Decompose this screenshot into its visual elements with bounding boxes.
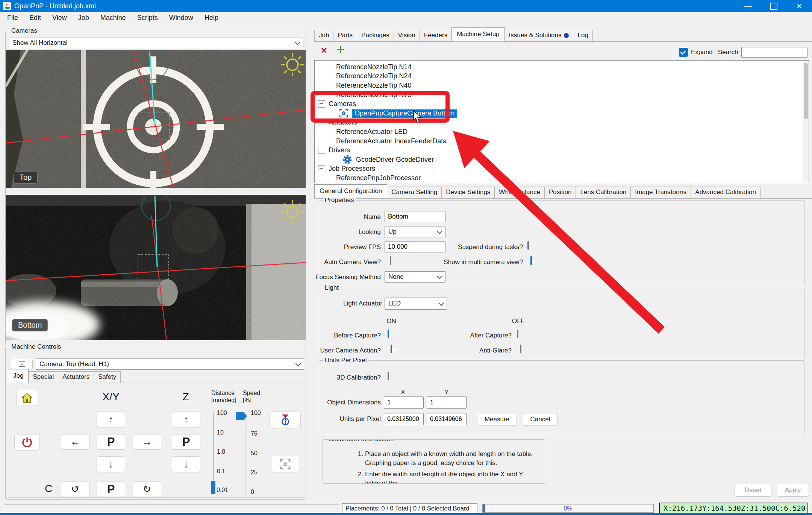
collapse-expander-icon[interactable] [318,147,325,154]
jog-c-ccw-button[interactable]: ↺ [61,482,89,497]
focus-method-select[interactable]: None [385,271,445,283]
tab-special[interactable]: Special [28,371,58,383]
object-dim-x-field[interactable] [384,397,424,409]
menu-machine[interactable]: Machine [95,14,132,22]
expand-checkbox[interactable] [679,48,688,57]
tree-item[interactable]: ReferenceNozzleTip N14 [315,62,809,72]
tree-group-job-processors[interactable]: Job Processors [315,164,809,174]
camera-view-selector[interactable]: Show All Horizontal [9,38,303,48]
tab-actuators[interactable]: Actuators [58,371,94,383]
distance-tick: 100 [217,410,227,416]
delete-button[interactable]: × [318,44,330,56]
measure-button[interactable]: Measure [477,413,517,426]
home-button[interactable] [16,390,38,406]
tab-position[interactable]: Position [544,187,576,198]
maximize-button[interactable] [761,0,786,12]
menu-view[interactable]: View [47,14,73,22]
tree-item[interactable]: ReferenceNozzleTip N24 [315,72,809,81]
minimize-button[interactable]: — [735,0,761,12]
preview-fps-field[interactable] [385,241,445,252]
tree-item[interactable]: ReferencePnpJobProcessor [315,173,809,183]
apply-button[interactable]: Apply [777,484,809,497]
user-camera-action-checkbox[interactable] [391,345,392,353]
tree-group-actuators[interactable]: Actuators [315,118,809,128]
menu-scripts[interactable]: Scripts [132,14,164,22]
collapse-expander-icon[interactable] [318,100,325,108]
tree-item[interactable]: ReferenceActuator IndexFeederData [315,137,809,146]
name-field[interactable] [385,211,445,222]
position-camera-button[interactable] [270,412,301,428]
anti-glare-checkbox[interactable] [520,345,521,353]
jog-z-minus-button[interactable]: ↓ [172,456,200,472]
jog-y-minus-button[interactable]: ↓ [97,456,125,472]
tree-item[interactable]: ReferenceNozzleTip N75 [315,90,809,100]
add-button[interactable]: + [334,43,347,56]
park-z-button[interactable]: P [172,434,200,450]
top-camera-view[interactable] [6,50,306,188]
tree-item[interactable]: ReferenceNozzleTip N40 [315,81,809,90]
tab-feeders[interactable]: Feeders [420,30,452,41]
tab-machine-setup[interactable]: Machine Setup [451,27,504,41]
search-input[interactable] [741,47,807,58]
tab-safety[interactable]: Safety [94,371,121,383]
collapse-expander-icon[interactable] [318,119,325,126]
collapse-jog-button[interactable] [11,359,33,369]
reset-button[interactable]: Reset [735,484,771,497]
tab-general-configuration[interactable]: General Configuration [314,184,387,198]
looking-select[interactable]: Up [385,226,445,237]
tab-white-balance[interactable]: White Balance [494,187,545,198]
jog-c-cw-button[interactable]: ↻ [133,482,161,497]
tab-lens-calibration[interactable]: Lens Calibration [576,187,631,198]
park-xy-button[interactable]: P [97,434,125,450]
tab-device-settings[interactable]: Device Settings [441,187,495,198]
power-button[interactable] [14,434,40,450]
light-actuator-select[interactable]: LED [385,298,447,310]
tree-item[interactable]: ReferenceActuator LED [315,127,809,137]
tree-item-capture-camera[interactable]: OpenPnpCaptureCamera Bottom [315,109,809,118]
tree-group-cameras[interactable]: Cameras [315,99,809,109]
menu-window[interactable]: Window [164,14,199,22]
tree-item-gcode-driver[interactable]: GcodeDriver GcodeDriver [315,155,809,164]
off-header: OFF [508,318,529,325]
tab-jog[interactable]: Jog [8,369,29,383]
object-dim-y-field[interactable] [427,397,467,409]
speed-tick: 75 [251,430,258,437]
jog-y-plus-button[interactable]: ↑ [97,412,125,427]
after-capture-checkbox[interactable] [517,330,518,338]
tab-advanced-calibration[interactable]: Advanced Calibration [691,187,760,198]
menu-file[interactable]: File [2,14,24,22]
jog-z-plus-button[interactable]: ↑ [172,412,200,427]
collapse-expander-icon[interactable] [318,165,325,172]
cancel-button[interactable]: Cancel [523,413,557,426]
upp-y-field[interactable] [427,413,467,425]
jog-x-minus-button[interactable]: ← [61,434,89,450]
calib-3d-checkbox[interactable] [388,372,389,380]
tab-image-transforms[interactable]: Image Transforms [630,187,691,198]
tab-camera-settling[interactable]: Camera Settling [387,187,442,198]
distance-slider-thumb[interactable] [211,481,215,494]
tree-group-drivers[interactable]: Drivers [315,146,809,155]
multi-camera-view-checkbox[interactable] [530,256,532,265]
tab-packages[interactable]: Packages [357,30,394,41]
before-capture-checkbox[interactable] [388,330,389,338]
tab-vision[interactable]: Vision [394,30,420,41]
tab-job[interactable]: Job [314,30,333,41]
auto-camera-view-checkbox[interactable] [390,256,391,265]
tab-issues-solutions[interactable]: Issues & Solutions [504,30,574,41]
menu-edit[interactable]: Edit [24,14,47,22]
park-c-button[interactable]: P [97,482,125,497]
tab-parts[interactable]: Parts [333,30,357,41]
menu-job[interactable]: Job [73,14,95,22]
upp-x-field[interactable] [384,413,424,425]
menu-help[interactable]: Help [199,14,224,22]
capture-camera-button[interactable] [271,456,299,472]
tree-scrollbar[interactable] [803,61,809,183]
jog-x-plus-button[interactable]: → [133,434,161,450]
tab-log[interactable]: Log [573,30,592,41]
tree-scrollbar-thumb[interactable] [804,63,808,119]
close-button[interactable]: × [786,0,812,12]
suspend-checkbox[interactable] [527,241,529,250]
speed-slider-track[interactable] [245,414,245,494]
jog-target-selector[interactable]: Camera: Top (Head: H1) [36,359,304,370]
bottom-camera-view[interactable] [6,195,306,340]
